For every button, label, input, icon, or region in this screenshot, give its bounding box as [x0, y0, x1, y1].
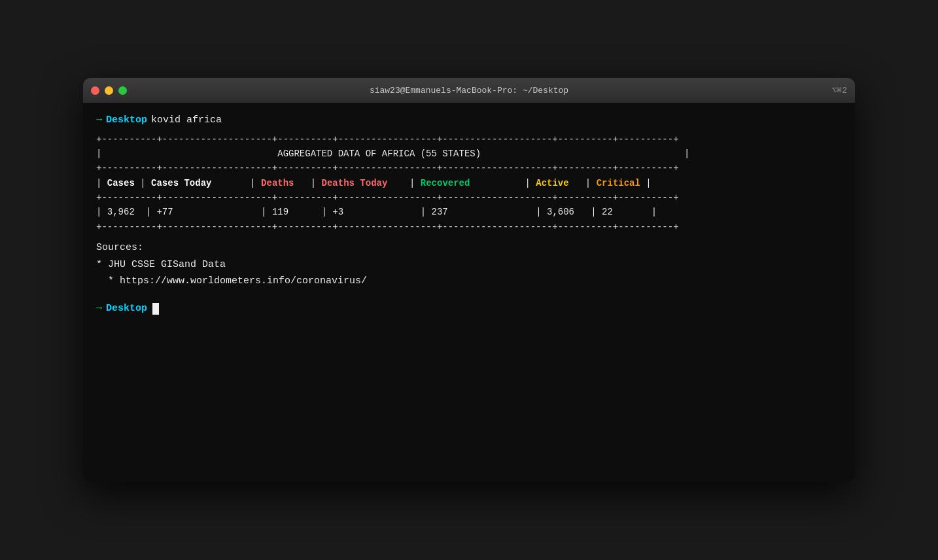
titlebar: siaw23@Emmanuels-MacBook-Pro: ~/Desktop … [83, 78, 855, 103]
val-cases-today: +77 [156, 207, 173, 217]
prompt-line-2: → Desktop [96, 302, 842, 317]
prompt-dir-2: Desktop [106, 302, 147, 317]
sources-section: Sources: * JHU CSSE GISand Data * https:… [96, 239, 842, 290]
data-table: +----------+--------------------+-------… [96, 132, 842, 235]
col-cases-today-header: Cases Today [151, 178, 211, 188]
col-deaths-header: Deaths [261, 178, 294, 188]
close-button[interactable] [91, 86, 99, 95]
val-critical: 22 [602, 207, 613, 217]
table-header-row: | AGGREGATED DATA OF AFRICA (55 STATES) … [96, 147, 842, 161]
val-recovered: 237 [432, 207, 448, 217]
val-active: 3,606 [547, 207, 574, 217]
col-active-header: Active [536, 178, 568, 188]
prompt-cmd-1: kovid africa [151, 113, 222, 128]
window-title: siaw23@Emmanuels-MacBook-Pro: ~/Desktop [370, 86, 568, 96]
sources-label: Sources: [96, 239, 842, 256]
prompt-line-1: → Desktop kovid africa [96, 113, 842, 128]
column-headers: | Cases | Cases Today | Deaths | Deaths … [96, 176, 842, 190]
minimize-button[interactable] [105, 86, 113, 95]
separator-1: +----------+--------------------+-------… [96, 132, 842, 147]
separator-4: +----------+--------------------+-------… [96, 220, 842, 234]
data-row: | 3,962 | +77 | 119 | +3 | 237 | 3,606 |… [96, 205, 842, 219]
window-shortcut: ⌥⌘2 [832, 85, 847, 96]
terminal-window: siaw23@Emmanuels-MacBook-Pro: ~/Desktop … [83, 78, 855, 482]
cursor [152, 303, 159, 315]
arrow-icon-2: → [96, 302, 102, 317]
maximize-button[interactable] [118, 86, 127, 95]
traffic-lights [91, 86, 127, 95]
val-deaths: 119 [272, 207, 288, 217]
arrow-icon-1: → [96, 113, 102, 128]
val-cases: 3,962 [107, 207, 135, 217]
separator-2: +----------+--------------------+-------… [96, 161, 842, 175]
terminal-body[interactable]: → Desktop kovid africa +----------+-----… [83, 103, 855, 482]
val-deaths-today: +3 [332, 207, 343, 217]
col-deaths-today-header: Deaths Today [322, 178, 388, 188]
col-critical-header: Critical [597, 178, 640, 188]
col-recovered-header: Recovered [421, 178, 470, 188]
col-cases-header: Cases [107, 178, 135, 188]
prompt-dir-1: Desktop [106, 113, 147, 128]
source-2: * https://www.worldometers.info/coronavi… [96, 273, 842, 290]
source-1: * JHU CSSE GISand Data [96, 256, 842, 273]
separator-3: +----------+--------------------+-------… [96, 190, 842, 205]
